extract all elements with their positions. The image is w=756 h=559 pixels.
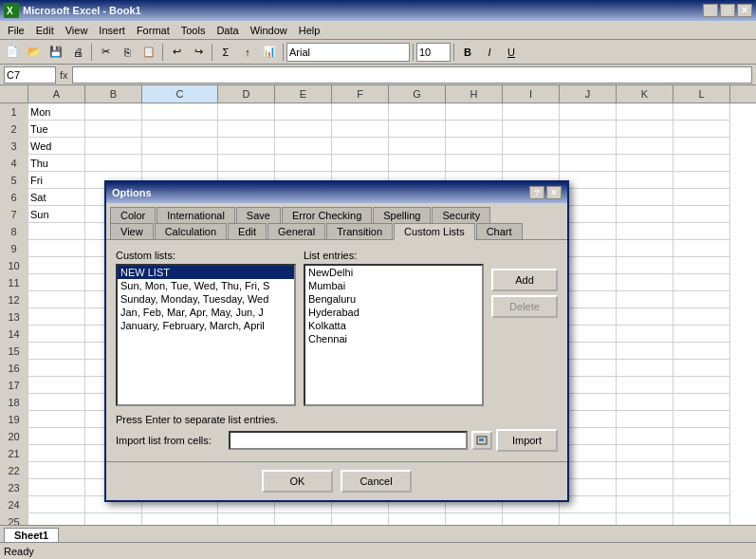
undo-btn[interactable]: ↩ [166,42,187,63]
svg-text:X: X [7,6,13,16]
bold-btn[interactable]: B [457,42,478,63]
menu-window[interactable]: Window [245,23,293,38]
tab-chart[interactable]: Chart [476,223,523,239]
list-entries-box[interactable]: NewDelhi Mumbai Bengaluru Hyderabad Kolk… [304,264,484,406]
menu-bar: File Edit View Insert Format Tools Data … [0,21,756,40]
sep5 [413,44,414,61]
menu-help[interactable]: Help [293,23,326,38]
custom-list-item-2[interactable]: Sunday, Monday, Tuesday, Wed [118,292,294,306]
copy-btn[interactable]: ⎘ [117,42,138,63]
dialog-content: Custom lists: NEW LIST Sun, Mon, Tue, We… [106,240,567,461]
dialog-footer: OK Cancel [106,461,567,500]
menu-insert[interactable]: Insert [93,23,131,38]
entry-mumbai[interactable]: Mumbai [305,279,482,292]
dialog-overlay: Options ? ✕ Color International Save Err… [0,85,756,559]
cell-reference-box[interactable] [4,66,56,84]
app-icon: X [4,3,19,18]
sep3 [212,44,212,61]
window-controls: _ □ ✕ [703,4,752,17]
action-buttons: Add Delete [491,250,558,406]
menu-edit[interactable]: Edit [30,23,60,38]
press-enter-text: Press Enter to separate list entries. [116,414,558,425]
save-btn[interactable]: 💾 [46,42,66,63]
tab-international[interactable]: International [157,207,235,223]
custom-list-item-new[interactable]: NEW LIST [118,266,294,279]
list-entries-section: List entries: NewDelhi Mumbai Bengaluru … [304,250,484,406]
import-button[interactable]: Import [496,429,558,452]
paste-btn[interactable]: 📋 [138,42,159,63]
dialog-title-text: Options [112,187,152,198]
entry-kolkatta[interactable]: Kolkatta [305,319,482,332]
spreadsheet: A B C D E F G H I J K L 1Mon2Tue3Wed4Thu… [0,85,756,559]
tab-error-checking[interactable]: Error Checking [282,207,372,223]
tab-view[interactable]: View [110,223,154,239]
dialog-close-btn[interactable]: ✕ [546,186,562,199]
add-button[interactable]: Add [491,269,558,291]
tab-spelling[interactable]: Spelling [373,207,431,223]
menu-file[interactable]: File [2,23,30,38]
italic-btn[interactable]: I [479,42,500,63]
close-btn[interactable]: ✕ [737,4,752,17]
entry-newdelhi[interactable]: NewDelhi [305,266,482,279]
new-btn[interactable]: 📄 [2,42,23,63]
cancel-button[interactable]: Cancel [341,470,412,493]
entry-hyderabad[interactable]: Hyderabad [305,306,482,319]
tabs-row1: Color International Save Error Checking … [106,203,567,223]
custom-list-item-1[interactable]: Sun, Mon, Tue, Wed, Thu, Fri, S [118,279,294,292]
open-btn[interactable]: 📂 [24,42,45,63]
minimize-btn[interactable]: _ [703,4,718,17]
tab-general[interactable]: General [267,223,325,239]
svg-rect-3 [479,438,484,441]
entry-chennai[interactable]: Chennai [305,332,482,345]
dialog-help-btn[interactable]: ? [529,186,544,199]
chart-btn[interactable]: 📊 [259,42,280,63]
tab-calculation[interactable]: Calculation [155,223,227,239]
entry-bengaluru[interactable]: Bengaluru [305,292,482,306]
menu-view[interactable]: View [60,23,94,38]
cut-btn[interactable]: ✂ [95,42,116,63]
custom-lists-box[interactable]: NEW LIST Sun, Mon, Tue, Wed, Thu, Fri, S… [116,264,296,406]
import-cells-input[interactable] [229,431,468,450]
tab-save[interactable]: Save [236,207,281,223]
font-selector[interactable] [286,43,410,62]
import-range-btn[interactable] [471,431,492,450]
lists-area: Custom lists: NEW LIST Sun, Mon, Tue, We… [116,250,558,406]
custom-lists-label: Custom lists: [116,250,296,261]
font-size-selector[interactable] [416,43,451,62]
tab-color[interactable]: Color [110,207,156,223]
tab-transition[interactable]: Transition [326,223,393,239]
import-row: Press Enter to separate list entries. Im… [116,414,558,452]
tab-edit[interactable]: Edit [228,223,267,239]
options-dialog: Options ? ✕ Color International Save Err… [104,180,569,502]
sep1 [91,44,92,61]
custom-list-item-3[interactable]: Jan, Feb, Mar, Apr, May, Jun, J [118,306,294,319]
redo-btn[interactable]: ↪ [188,42,209,63]
sort-asc-btn[interactable]: ↑ [237,42,258,63]
toolbar: 📄 📂 💾 🖨 ✂ ⎘ 📋 ↩ ↪ Σ ↑ 📊 B I U [0,40,756,65]
delete-button[interactable]: Delete [491,295,558,318]
tabs-row2: View Calculation Edit General Transition… [106,223,567,240]
fx-icon: fx [60,69,68,81]
menu-data[interactable]: Data [211,23,244,38]
ok-button[interactable]: OK [262,470,333,493]
list-entries-label: List entries: [304,250,484,261]
print-btn[interactable]: 🖨 [67,42,88,63]
title-bar: X Microsoft Excel - Book1 _ □ ✕ [0,0,756,21]
tab-security[interactable]: Security [432,207,490,223]
maximize-btn[interactable]: □ [720,4,735,17]
tab-custom-lists[interactable]: Custom Lists [394,223,475,240]
sep4 [283,44,284,61]
custom-list-item-4[interactable]: January, February, March, April [118,319,294,332]
sum-btn[interactable]: Σ [215,42,236,63]
menu-format[interactable]: Format [131,23,175,38]
formula-bar: fx [0,65,756,85]
formula-input[interactable] [72,66,752,84]
import-label: Import list from cells: [116,435,225,446]
custom-lists-section: Custom lists: NEW LIST Sun, Mon, Tue, We… [116,250,296,406]
dialog-title-bar: Options ? ✕ [106,182,567,203]
underline-btn[interactable]: U [501,42,522,63]
title-text: Microsoft Excel - Book1 [23,5,141,16]
sep2 [162,44,163,61]
sep6 [453,44,454,61]
menu-tools[interactable]: Tools [175,23,212,38]
